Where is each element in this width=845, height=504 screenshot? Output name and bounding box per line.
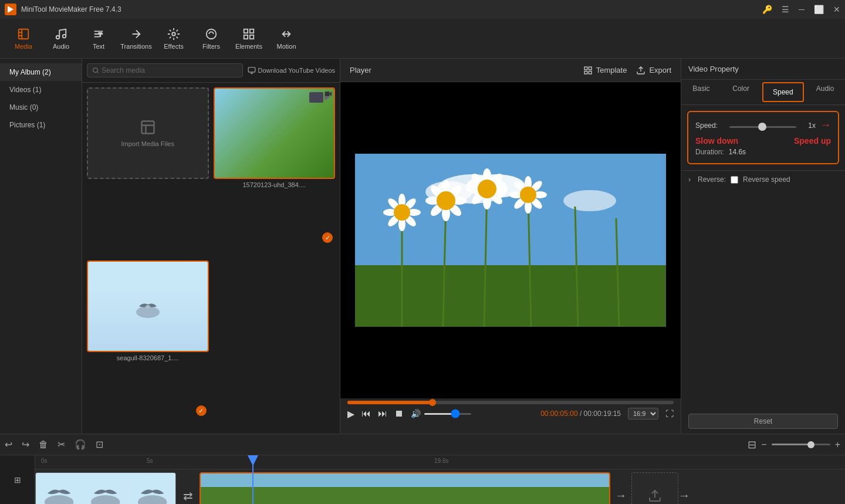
media-item-video[interactable]: ✓ 15720123-uhd_384.... [214,87,336,256]
media-item-image[interactable]: ✓ seagull-8320687_1.... [87,261,209,429]
play-button[interactable]: ▶ [347,408,354,420]
speed-section: Speed: 1x → Slow down Speed up Duration:… [687,111,839,164]
svg-point-56 [437,191,455,210]
tab-audio[interactable]: Audio [805,80,845,104]
timeline-ruler: 0s 5s 19.6s [35,455,845,469]
toolbar-item-effects[interactable]: Effects [155,21,192,56]
svg-point-65 [478,180,496,198]
svg-point-46 [394,204,410,221]
svg-point-3 [63,34,66,37]
track-end-button[interactable]: → [678,489,690,502]
volume-icon[interactable]: 🔊 [411,409,421,418]
key-icon[interactable]: 🔑 [762,5,772,14]
video-preview [340,82,681,398]
image-filename: seagull-8320687_1.... [87,354,209,361]
headphones-button[interactable]: 🎧 [75,439,86,450]
svg-rect-22 [584,71,587,74]
undo-button[interactable]: ↩ [5,439,12,450]
timeline-toolbar: ↩ ↪ 🗑 ✂ 🎧 ⊡ ⊟ − + [0,434,845,455]
cut-button[interactable]: ✂ [58,439,65,450]
add-media-slot[interactable] [631,472,678,505]
stop-button[interactable]: ⏹ [394,408,404,419]
titlebar-controls: 🔑 ☰ ─ ⬜ ✕ [762,5,840,14]
close-button[interactable]: ✕ [833,5,840,14]
progress-thumb[interactable] [429,399,436,406]
sidebar-item-videos[interactable]: Videos (1) [0,81,82,99]
svg-rect-20 [584,67,587,70]
sidebar-item-pictures[interactable]: Pictures (1) [0,116,82,134]
time-current: 00:00:05:00 [540,410,577,418]
aspect-ratio-select[interactable]: 16:9 4:3 9:16 [628,408,658,420]
prev-frame-button[interactable]: ⏮ [361,408,371,419]
player-header-right: Template Export [583,66,671,75]
audio-label: Audio [53,43,69,50]
effects-label: Effects [164,43,183,50]
toolbar: Media Audio T Text Transitions Effects F… [0,19,845,59]
zoom-slider[interactable] [772,444,830,445]
delete-button[interactable]: 🗑 [39,439,48,450]
video-clip[interactable]: 🔊 [200,472,610,505]
video-frame [355,154,666,327]
tab-speed[interactable]: Speed [762,82,805,102]
speed-slider[interactable] [729,126,796,128]
fullscreen-button[interactable]: ⛶ [665,409,674,418]
toolbar-item-elements[interactable]: Elements [230,21,268,56]
player-area: Player Template Export [340,59,681,434]
svg-point-30 [563,190,616,211]
import-media-tile[interactable]: Import Media Files [87,87,209,256]
progress-fill [347,401,432,404]
next-frame-button[interactable]: ⏭ [378,408,387,419]
svg-point-5 [172,32,175,36]
tab-color[interactable]: Color [721,80,761,104]
timeline-left-panel: ⊞ 🎬 ♫ [0,455,35,504]
toolbar-item-motion[interactable]: Motion [268,21,305,56]
controls-row: ▶ ⏮ ⏭ ⏹ 🔊 00:00:05:00 / 00:00:19:15 16:9… [347,408,674,420]
export-button[interactable]: Export [636,66,671,75]
volume-slider[interactable] [424,413,471,415]
toolbar-item-filters[interactable]: Filters [192,21,230,56]
split-view-icon[interactable]: ⊟ [748,438,756,451]
sidebar: My Album (2) Videos (1) Music (0) Pictur… [0,59,82,434]
clip-frame-2 [252,473,303,505]
track-insert-right-button[interactable]: ⇄ [176,484,200,505]
clip-frame-4 [354,473,405,505]
ruler-tick-5: 5s [147,458,153,464]
zoom-out-icon[interactable]: − [761,439,766,450]
crop-button[interactable]: ⊡ [96,439,103,450]
clip-frame-7 [507,473,558,505]
toolbar-item-transitions[interactable]: Transitions [117,21,155,56]
app-logo [5,4,16,15]
timeline: ↩ ↪ 🗑 ✂ 🎧 ⊡ ⊟ − + ⊞ 🎬 ♫ 0s 5s 19.6s [0,434,845,504]
import-label: Import Media Files [117,140,179,147]
svg-rect-13 [141,121,154,133]
minimize-button[interactable]: ─ [799,5,805,14]
player-controls: ▶ ⏮ ⏭ ⏹ 🔊 00:00:05:00 / 00:00:19:15 16:9… [340,398,681,434]
timeline-content: ⊞ 🎬 ♫ 0s 5s 19.6s [0,455,845,504]
svg-rect-7 [244,29,248,32]
search-input-box[interactable]: Search media [87,63,243,77]
speed-label: Speed: [695,121,725,130]
maximize-button[interactable]: ⬜ [814,5,824,14]
download-youtube-button[interactable]: Download YouTube Videos [248,66,336,75]
progress-bar[interactable] [347,401,674,404]
sidebar-item-my-album[interactable]: My Album (2) [0,63,82,81]
toolbar-item-audio[interactable]: Audio [42,21,80,56]
svg-rect-14 [309,92,323,103]
sidebar-item-music[interactable]: Music (0) [0,99,82,116]
reset-button[interactable]: Reset [688,414,838,429]
tab-basic[interactable]: Basic [681,80,721,104]
titlebar: MiniTool MovieMaker Free 7.4.3 🔑 ☰ ─ ⬜ ✕ [0,0,845,19]
reverse-checkbox[interactable] [731,176,738,184]
track-append-button[interactable]: → [615,489,627,502]
speed-row: Speed: 1x → [695,119,831,131]
toolbar-item-media[interactable]: Media [5,21,42,56]
toolbar-item-text[interactable]: T Text [80,21,117,56]
template-button[interactable]: Template [583,66,627,75]
filters-label: Filters [202,43,220,50]
redo-button[interactable]: ↪ [22,439,29,450]
main-area: My Album (2) Videos (1) Music (0) Pictur… [0,59,845,434]
menu-icon[interactable]: ☰ [782,5,789,14]
zoom-in-icon[interactable]: + [835,439,840,450]
property-tabs: Basic Color Speed Audio [681,80,845,105]
add-track-button[interactable]: ⊞ [14,475,21,485]
